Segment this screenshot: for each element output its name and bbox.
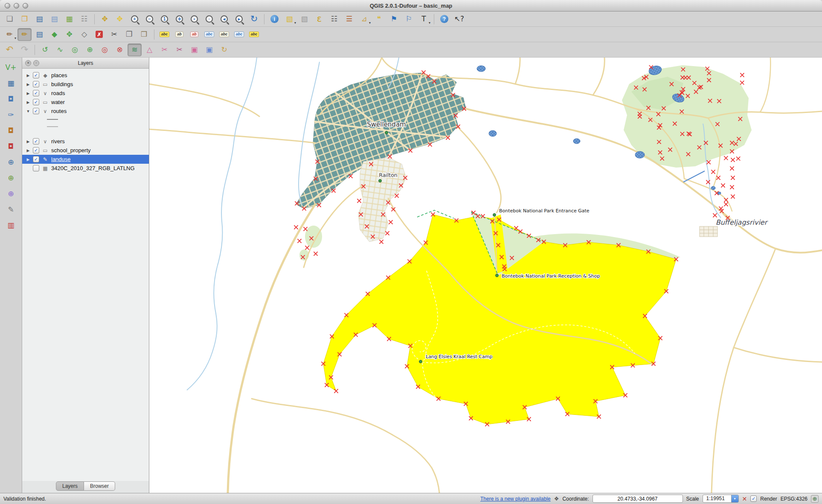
layer-visibility-checkbox[interactable]: ✓ bbox=[33, 90, 39, 96]
offset-curve-button[interactable]: ≋ bbox=[128, 43, 142, 56]
scale-combo[interactable]: 1:19951 ▾ bbox=[703, 495, 739, 503]
zoom-window-button[interactable] bbox=[23, 3, 28, 9]
rotate-feature-button[interactable]: ↺ bbox=[38, 43, 52, 56]
layer-visibility-checkbox[interactable]: ✓ bbox=[33, 147, 39, 154]
layer-item-routes[interactable]: ▼✓∨routes bbox=[22, 107, 149, 116]
save-project-button[interactable]: ▤ bbox=[32, 13, 46, 26]
layer-item-landuse[interactable]: ▶✓✎landuse bbox=[22, 155, 149, 164]
layer-item-school_property[interactable]: ▶✓▭school_property bbox=[22, 146, 149, 155]
paste-features-button[interactable]: ❒ bbox=[137, 28, 151, 41]
help-button[interactable]: ? bbox=[437, 13, 451, 26]
expander-collapsed-icon[interactable]: ▶ bbox=[26, 139, 31, 144]
zoom-in-button[interactable]: + bbox=[128, 13, 142, 26]
map-tips-button[interactable]: ❝ bbox=[372, 13, 386, 26]
refresh-map-button[interactable]: ↻ bbox=[247, 13, 261, 26]
expander-collapsed-icon[interactable]: ▶ bbox=[26, 157, 31, 162]
new-shapefile-layer-button[interactable]: ✎ bbox=[4, 203, 18, 216]
minimize-button[interactable] bbox=[14, 3, 19, 9]
label-show-hide-button[interactable]: abc bbox=[202, 28, 216, 41]
add-part-button[interactable]: ⊕ bbox=[83, 43, 97, 56]
new-bookmark-button[interactable]: ⚑ bbox=[387, 13, 401, 26]
deselect-features-button[interactable]: ▧ bbox=[297, 13, 311, 26]
toggle-editing-button[interactable]: ✏ bbox=[17, 28, 32, 41]
expander-expanded-icon[interactable]: ▼ bbox=[26, 109, 31, 113]
add-postgis-layer-button[interactable]: ◘ bbox=[4, 93, 18, 105]
add-vector-layer-button[interactable]: V+ bbox=[4, 61, 18, 74]
panel-close-icon[interactable]: ✕ bbox=[25, 60, 31, 66]
open-project-button[interactable]: ❒ bbox=[17, 13, 32, 26]
node-tool-button[interactable]: ◇ bbox=[77, 28, 91, 41]
text-annotation-button[interactable]: T▾ bbox=[417, 13, 431, 26]
panel-tab-browser[interactable]: Browser bbox=[84, 481, 115, 491]
measure-button[interactable]: ⊿▾ bbox=[357, 13, 371, 26]
layer-item-rivers[interactable]: ▶✓∨rivers bbox=[22, 137, 149, 146]
layer-item-roads[interactable]: ▶✓∨roads bbox=[22, 89, 149, 98]
add-raster-layer-button[interactable]: ▦ bbox=[4, 77, 18, 90]
save-as-image-button[interactable]: ▦ bbox=[62, 13, 76, 26]
combo-arrow-icon[interactable]: ▾ bbox=[731, 495, 738, 502]
rotate-point-symbols-button[interactable]: ↻ bbox=[217, 43, 231, 56]
select-by-expression-button[interactable]: ε bbox=[312, 13, 326, 26]
expander-collapsed-icon[interactable]: ▶ bbox=[26, 148, 31, 153]
close-button[interactable] bbox=[5, 3, 10, 9]
new-project-button[interactable]: ❏ bbox=[3, 13, 17, 26]
save-layer-edits-button[interactable]: ▤ bbox=[32, 28, 46, 41]
zoom-to-selection-button[interactable]: ▪ bbox=[187, 13, 201, 26]
add-mssql-layer-button[interactable]: ◘ bbox=[4, 124, 18, 137]
add-spatialite-layer-button[interactable]: ✑ bbox=[4, 108, 18, 121]
select-features-button[interactable]: ▧▾ bbox=[282, 13, 296, 26]
add-feature-button[interactable]: ◆ bbox=[47, 28, 61, 41]
label-pin-button[interactable]: ab bbox=[172, 28, 186, 41]
expander-collapsed-icon[interactable]: ▶ bbox=[26, 82, 31, 87]
identify-features-button[interactable]: i bbox=[267, 13, 282, 26]
merge-attributes-button[interactable]: ▣ bbox=[202, 43, 216, 56]
add-delimited-text-button[interactable]: ▥ bbox=[4, 219, 18, 232]
label-unpin-button[interactable]: ab bbox=[187, 28, 201, 41]
simplify-feature-button[interactable]: ∿ bbox=[53, 43, 67, 56]
layer-item-3420C_2010_327_RGB_LATLNG[interactable]: ▦3420C_2010_327_RGB_LATLNG bbox=[22, 164, 149, 173]
stop-rendering-icon[interactable]: ✕ bbox=[742, 495, 747, 502]
add-wms-layer-button[interactable]: ⊕ bbox=[4, 156, 18, 168]
add-oracle-layer-button[interactable]: ◘ bbox=[4, 140, 18, 153]
redo-button[interactable]: ↷ bbox=[17, 43, 32, 56]
add-wcs-layer-button[interactable]: ⊕ bbox=[4, 171, 18, 184]
merge-features-button[interactable]: ▣ bbox=[187, 43, 201, 56]
expander-collapsed-icon[interactable]: ▶ bbox=[26, 91, 31, 96]
reshape-features-button[interactable]: △ bbox=[142, 43, 157, 56]
add-ring-button[interactable]: ◎ bbox=[68, 43, 82, 56]
label-rotate-button[interactable]: abc bbox=[232, 28, 246, 41]
show-bookmarks-button[interactable]: ⚐ bbox=[402, 13, 416, 26]
attribute-table-button[interactable]: ☷ bbox=[327, 13, 341, 26]
labeling-button[interactable]: abc bbox=[157, 28, 171, 41]
crs-status-icon[interactable]: ⊕ bbox=[811, 495, 819, 503]
whats-this-button[interactable]: ↖? bbox=[452, 13, 466, 26]
render-checkbox[interactable]: ✓ bbox=[750, 495, 757, 502]
field-calculator-button[interactable]: ☰ bbox=[342, 13, 356, 26]
copy-features-button[interactable]: ❐ bbox=[122, 28, 136, 41]
move-feature-button[interactable]: ✥ bbox=[62, 28, 76, 41]
layer-item-water[interactable]: ▶✓▭water bbox=[22, 98, 149, 107]
layer-item-buildings[interactable]: ▶✓▭buildings bbox=[22, 80, 149, 89]
expander-collapsed-icon[interactable]: ▶ bbox=[26, 73, 31, 78]
cut-features-button[interactable]: ✂ bbox=[107, 28, 121, 41]
panel-tab-layers[interactable]: Layers bbox=[56, 481, 84, 491]
label-properties-button[interactable]: abc bbox=[247, 28, 261, 41]
map-canvas[interactable]: SwellendamRailtonBontebok National Park … bbox=[149, 58, 822, 493]
current-edits-button[interactable]: ✏▾ bbox=[3, 28, 17, 41]
save-project-as-button[interactable]: ▤ bbox=[47, 13, 61, 26]
layer-visibility-checkbox[interactable]: ✓ bbox=[33, 108, 39, 114]
delete-ring-button[interactable]: ◎ bbox=[98, 43, 112, 56]
pan-map-button[interactable]: ✥ bbox=[98, 13, 112, 26]
layer-visibility-checkbox[interactable]: ✓ bbox=[33, 99, 39, 105]
delete-part-button[interactable]: ⊗ bbox=[113, 43, 127, 56]
coordinate-input[interactable] bbox=[593, 495, 683, 503]
pan-to-selection-button[interactable]: ✥ bbox=[113, 13, 127, 26]
zoom-next-button[interactable]: ▸ bbox=[232, 13, 246, 26]
layer-visibility-checkbox[interactable]: ✓ bbox=[33, 138, 39, 145]
zoom-full-button[interactable]: ✛ bbox=[172, 13, 186, 26]
label-move-button[interactable]: abc bbox=[217, 28, 231, 41]
zoom-last-button[interactable]: ◂ bbox=[217, 13, 231, 26]
add-wfs-layer-button[interactable]: ⊕ bbox=[4, 187, 18, 200]
layer-visibility-checkbox[interactable]: ✓ bbox=[33, 156, 39, 162]
undo-button[interactable]: ↶ bbox=[3, 43, 17, 56]
